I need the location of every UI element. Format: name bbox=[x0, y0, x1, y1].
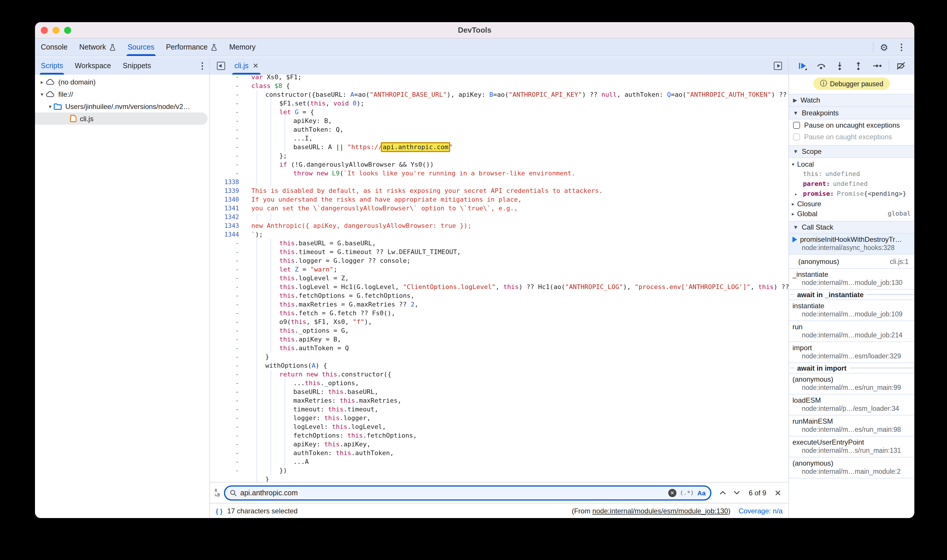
collapse-right-panel-icon[interactable] bbox=[771, 60, 784, 72]
code-line[interactable]: -let G = { bbox=[210, 108, 788, 117]
line-gutter[interactable]: - bbox=[210, 125, 239, 134]
scope-row-Local[interactable]: ▾Local bbox=[789, 159, 915, 169]
code-line[interactable]: 1343new Anthropic({ apiKey, dangerouslyA… bbox=[210, 222, 788, 230]
tab-network[interactable]: Network bbox=[74, 38, 122, 56]
code-line[interactable]: -baseURL: this.baseURL, bbox=[210, 388, 788, 396]
step-button[interactable] bbox=[870, 59, 884, 73]
deactivate-breakpoints-button[interactable] bbox=[894, 59, 908, 73]
line-gutter[interactable]: - bbox=[210, 248, 239, 256]
resume-script-button[interactable] bbox=[795, 59, 810, 73]
line-gutter[interactable]: - bbox=[210, 396, 239, 405]
code-line[interactable]: -authToken: Q, bbox=[210, 125, 788, 134]
close-tab-icon[interactable]: ✕ bbox=[253, 62, 259, 70]
code-line[interactable]: -constructor({baseURL: A=ao("ANTHROPIC_B… bbox=[210, 90, 788, 99]
sidebar-tab-snippets[interactable]: Snippets bbox=[117, 57, 157, 75]
clear-search-icon[interactable]: ✕ bbox=[668, 489, 676, 497]
line-gutter[interactable]: - bbox=[210, 318, 239, 326]
code-line[interactable]: -fetchOptions: this.fetchOptions, bbox=[210, 431, 788, 440]
line-gutter[interactable]: - bbox=[210, 256, 239, 265]
scope-row-parent[interactable]: parent:undefined bbox=[789, 179, 915, 189]
code-line[interactable]: -this.timeout = G.timeout ?? Lw.DEFAULT_… bbox=[210, 248, 788, 256]
callstack-frame[interactable]: runMainESMnode:internal/m…es/run_main:98 bbox=[789, 415, 915, 437]
code-line[interactable]: -var Xs0, $F1; bbox=[210, 75, 788, 82]
pretty-print-icon[interactable]: { } bbox=[216, 507, 222, 514]
match-case-toggle[interactable]: Aa bbox=[697, 489, 706, 496]
step-into-button[interactable] bbox=[833, 59, 847, 73]
callstack-frame[interactable]: instantiatenode:internal/m…module_job:10… bbox=[789, 300, 915, 321]
code-line[interactable]: -let Z = "warn"; bbox=[210, 265, 788, 274]
line-gutter[interactable]: 1341 bbox=[210, 204, 239, 213]
code-line[interactable]: 1339This is disabled by default, as it r… bbox=[210, 186, 788, 195]
code-line[interactable]: -this.logLevel = Hc1(G.logLevel, "Client… bbox=[210, 283, 788, 291]
code-line[interactable]: -maxRetries: this.maxRetries, bbox=[210, 396, 788, 405]
line-gutter[interactable]: - bbox=[210, 75, 239, 82]
coverage-link[interactable]: Coverage: n/a bbox=[739, 507, 782, 515]
code-line[interactable]: -this.authToken = Q bbox=[210, 344, 788, 352]
code-line[interactable]: -authToken: this.authToken, bbox=[210, 449, 788, 457]
code-line[interactable]: -this.fetch = G.fetch ?? Fs0(), bbox=[210, 309, 788, 318]
line-gutter[interactable]: 1339 bbox=[210, 186, 239, 195]
line-gutter[interactable]: - bbox=[210, 405, 239, 414]
line-gutter[interactable]: - bbox=[210, 379, 239, 388]
line-gutter[interactable]: - bbox=[210, 326, 239, 335]
code-line[interactable]: -$F1.set(this, void 0); bbox=[210, 99, 788, 108]
scope-row-Closure[interactable]: ▸Closure bbox=[789, 199, 915, 209]
line-gutter[interactable]: - bbox=[210, 370, 239, 379]
line-gutter[interactable]: - bbox=[210, 82, 239, 90]
checkbox[interactable] bbox=[793, 134, 800, 140]
line-gutter[interactable]: - bbox=[210, 117, 239, 125]
callstack-frame[interactable]: promiseInitHookWithDestroyTr…node:intern… bbox=[789, 234, 915, 255]
code-line[interactable]: -...this._options, bbox=[210, 379, 788, 388]
code-line[interactable]: -apiKey: B, bbox=[210, 117, 788, 125]
breakpoints-section-header[interactable]: ▼ Breakpoints bbox=[789, 107, 915, 120]
line-gutter[interactable]: - bbox=[210, 431, 239, 440]
line-gutter[interactable]: - bbox=[210, 466, 239, 475]
code-line[interactable]: -timeout: this.timeout, bbox=[210, 405, 788, 414]
more-options-icon[interactable]: ⋮ bbox=[895, 40, 908, 54]
tab-memory[interactable]: Memory bbox=[223, 38, 261, 56]
callstack-frame[interactable]: runnode:internal/m…module_job:214 bbox=[789, 321, 915, 342]
settings-gear-icon[interactable]: ⚙ bbox=[877, 40, 891, 54]
tree-item-users-jinhuilee-nvm-versions-node-v2-[interactable]: ▾Users/jinhuilee/.nvm/versions/node/v2… bbox=[35, 100, 209, 112]
line-gutter[interactable]: - bbox=[210, 291, 239, 300]
line-gutter[interactable]: - bbox=[210, 344, 239, 352]
code-line[interactable]: -this.fetchOptions = G.fetchOptions, bbox=[210, 291, 788, 300]
code-line[interactable]: -o9(this, $F1, Xs0, "f"), bbox=[210, 318, 788, 326]
code-line[interactable]: -logger: this.logger, bbox=[210, 414, 788, 423]
line-gutter[interactable]: - bbox=[210, 99, 239, 108]
line-gutter[interactable]: - bbox=[210, 108, 239, 117]
code-line[interactable]: } bbox=[210, 475, 788, 482]
code-line[interactable]: -...I, bbox=[210, 134, 788, 143]
line-gutter[interactable]: - bbox=[210, 457, 239, 466]
line-gutter[interactable]: 1338 bbox=[210, 178, 239, 186]
scope-section-header[interactable]: ▼ Scope bbox=[789, 145, 915, 158]
regex-toggle[interactable]: (.*) bbox=[680, 489, 694, 496]
code-line[interactable]: -apiKey: this.apiKey, bbox=[210, 440, 788, 449]
line-gutter[interactable]: 1342 bbox=[210, 213, 239, 222]
code-line[interactable]: -this.logLevel = Z, bbox=[210, 274, 788, 283]
source-origin-link[interactable]: node:internal/modules/esm/module_job:130 bbox=[592, 507, 728, 515]
line-gutter[interactable]: - bbox=[210, 309, 239, 318]
tree-item-file-[interactable]: ▾file:// bbox=[35, 88, 209, 100]
code-line[interactable]: -this.maxRetries = G.maxRetries ?? 2, bbox=[210, 300, 788, 309]
file-tab-clijs[interactable]: cli.js ✕ bbox=[230, 57, 263, 75]
code-line[interactable]: 1342 bbox=[210, 213, 788, 222]
code-line[interactable]: -this._options = G, bbox=[210, 326, 788, 335]
tab-sources[interactable]: Sources bbox=[122, 38, 160, 56]
code-line[interactable]: 1341you can set the \`dangerouslyAllowBr… bbox=[210, 204, 788, 213]
callstack-frame[interactable]: (anonymous)node:internal/m…es/run_main:9… bbox=[789, 374, 915, 394]
line-gutter[interactable]: - bbox=[210, 300, 239, 309]
sidebar-tab-scripts[interactable]: Scripts bbox=[35, 57, 69, 75]
close-search-icon[interactable]: ✕ bbox=[772, 488, 784, 497]
code-line[interactable]: -class $8 { bbox=[210, 82, 788, 90]
callstack-frame[interactable]: importnode:internal/m…esm/loader:329 bbox=[789, 342, 915, 363]
callstack-frame[interactable]: executeUserEntryPointnode:internal/m…s/r… bbox=[789, 437, 915, 457]
line-gutter[interactable]: - bbox=[210, 274, 239, 283]
line-gutter[interactable]: - bbox=[210, 265, 239, 274]
next-result-icon[interactable] bbox=[731, 487, 743, 498]
tab-performance[interactable]: Performance bbox=[160, 38, 223, 56]
watch-section-header[interactable]: ▶ Watch bbox=[789, 94, 915, 107]
line-gutter[interactable]: 1343 bbox=[210, 222, 239, 230]
step-over-button[interactable] bbox=[814, 59, 828, 73]
replace-toggle-icon[interactable]: A↳B bbox=[214, 488, 224, 497]
